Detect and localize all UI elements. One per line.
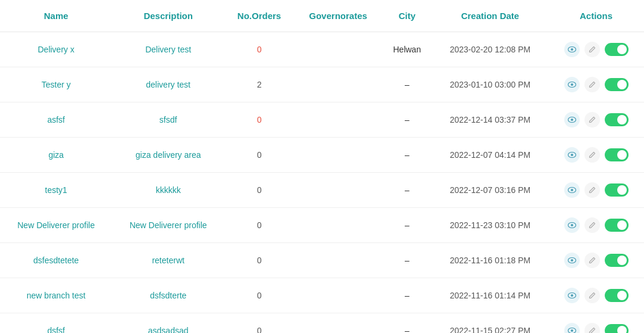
cell-actions: [548, 243, 644, 278]
cell-actions: [548, 138, 644, 173]
main-table-container: Name Description No.Orders Governorates …: [0, 0, 644, 333]
cell-creation-date: 2022-11-23 03:10 PM: [432, 208, 548, 243]
status-toggle[interactable]: [605, 254, 629, 267]
cell-city: –: [382, 67, 432, 102]
cell-creation-date: 2022-12-07 04:14 PM: [432, 138, 548, 173]
cell-name: giza: [0, 138, 112, 173]
cell-orders: 0: [224, 208, 294, 243]
view-button[interactable]: [564, 42, 580, 57]
cell-name: dsfsf: [0, 313, 112, 334]
table-row: dsfsf asdsadsad 0 – 2022-11-15 02:27 PM: [0, 313, 644, 334]
edit-button[interactable]: [584, 112, 600, 127]
cell-orders: 0: [224, 243, 294, 278]
svg-point-13: [571, 259, 573, 262]
edit-button[interactable]: [584, 182, 600, 198]
cell-creation-date: 2022-11-16 01:18 PM: [432, 243, 548, 278]
cell-governorates: [294, 208, 382, 243]
table-body: Delivery x Delivery test 0 Helwan 2023-0…: [0, 32, 644, 334]
cell-name: Tester y: [0, 67, 112, 102]
edit-button[interactable]: [584, 42, 600, 57]
svg-point-15: [571, 294, 573, 297]
cell-orders: 2: [224, 67, 294, 102]
cell-name: asfsf: [0, 102, 112, 138]
cell-description: dsfsdterte: [112, 278, 224, 313]
data-table: Name Description No.Orders Governorates …: [0, 0, 644, 333]
cell-actions: [548, 173, 644, 208]
edit-button[interactable]: [584, 323, 600, 333]
cell-creation-date: 2022-11-16 01:14 PM: [432, 278, 548, 313]
svg-point-5: [571, 119, 573, 121]
status-toggle[interactable]: [605, 148, 629, 161]
cell-actions: [548, 313, 644, 334]
svg-point-3: [571, 83, 573, 86]
cell-name: testy1: [0, 173, 112, 208]
cell-actions: [548, 102, 644, 138]
cell-governorates: [294, 243, 382, 278]
cell-orders: 0: [224, 313, 294, 334]
cell-name: Delivery x: [0, 32, 112, 67]
table-row: New Deliverer profile New Deliverer prof…: [0, 208, 644, 243]
cell-creation-date: 2022-11-15 02:27 PM: [432, 313, 548, 334]
cell-name: new branch test: [0, 278, 112, 313]
cell-orders: 0: [224, 102, 294, 138]
edit-button[interactable]: [584, 77, 600, 92]
cell-description: Delivery test: [112, 32, 224, 67]
cell-governorates: [294, 32, 382, 67]
status-toggle[interactable]: [605, 183, 629, 197]
view-button[interactable]: [564, 182, 580, 198]
edit-button[interactable]: [584, 217, 600, 233]
view-button[interactable]: [564, 77, 580, 92]
table-row: Tester y delivery test 2 – 2023-01-10 03…: [0, 67, 644, 102]
cell-actions: [548, 208, 644, 243]
cell-city: –: [382, 313, 432, 334]
cell-city: –: [382, 243, 432, 278]
cell-governorates: [294, 138, 382, 173]
cell-description: kkkkkk: [112, 173, 224, 208]
cell-governorates: [294, 278, 382, 313]
status-toggle[interactable]: [605, 43, 629, 56]
status-toggle[interactable]: [605, 289, 629, 302]
cell-governorates: [294, 173, 382, 208]
col-orders: No.Orders: [224, 0, 294, 32]
table-row: testy1 kkkkkk 0 – 2022-12-07 03:16 PM: [0, 173, 644, 208]
status-toggle[interactable]: [605, 78, 629, 91]
view-button[interactable]: [564, 288, 580, 303]
edit-button[interactable]: [584, 147, 600, 163]
cell-city: –: [382, 102, 432, 138]
view-button[interactable]: [564, 112, 580, 127]
cell-description: asdsadsad: [112, 313, 224, 334]
view-button[interactable]: [564, 253, 580, 268]
view-button[interactable]: [564, 217, 580, 233]
cell-city: –: [382, 278, 432, 313]
col-name: Name: [0, 0, 112, 32]
cell-description: sfsdf: [112, 102, 224, 138]
cell-creation-date: 2023-01-10 03:00 PM: [432, 67, 548, 102]
cell-city: Helwan: [382, 32, 432, 67]
col-actions: Actions: [548, 0, 644, 32]
view-button[interactable]: [564, 147, 580, 163]
status-toggle[interactable]: [605, 113, 629, 126]
status-toggle[interactable]: [605, 324, 629, 333]
cell-name: New Deliverer profile: [0, 208, 112, 243]
view-button[interactable]: [564, 323, 580, 333]
cell-description: reteterwt: [112, 243, 224, 278]
col-description: Description: [112, 0, 224, 32]
status-toggle[interactable]: [605, 219, 629, 232]
cell-orders: 0: [224, 138, 294, 173]
col-governorates: Governorates: [294, 0, 382, 32]
table-row: Delivery x Delivery test 0 Helwan 2023-0…: [0, 32, 644, 67]
edit-button[interactable]: [584, 288, 600, 303]
cell-orders: 0: [224, 173, 294, 208]
edit-button[interactable]: [584, 253, 600, 268]
table-row: asfsf sfsdf 0 – 2022-12-14 03:37 PM: [0, 102, 644, 138]
cell-city: –: [382, 173, 432, 208]
cell-description: delivery test: [112, 67, 224, 102]
svg-point-11: [571, 224, 573, 226]
table-row: giza giza delivery area 0 – 2022-12-07 0…: [0, 138, 644, 173]
cell-description: New Deliverer profile: [112, 208, 224, 243]
cell-city: –: [382, 138, 432, 173]
cell-governorates: [294, 313, 382, 334]
svg-point-9: [571, 189, 573, 191]
cell-governorates: [294, 67, 382, 102]
cell-description: giza delivery area: [112, 138, 224, 173]
